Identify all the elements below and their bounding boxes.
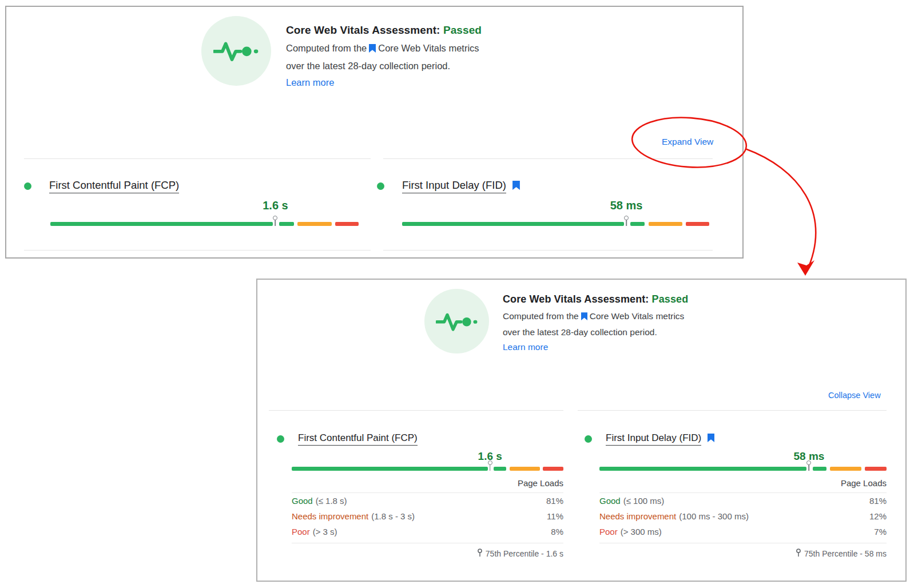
needs-improvement-label: Needs improvement [292,511,368,521]
cwv-card-collapsed: Core Web Vitals Assessment: Passed Compu… [5,6,744,259]
bar-segment-good-threshold [813,467,826,471]
description-prefix: Computed from the [286,43,367,53]
good-dot-icon [585,435,592,443]
fcp-metric-link[interactable]: First Contentful Paint (FCP) [49,179,179,193]
p75-marker-icon [806,460,811,465]
bar-segment-needs-improvement [830,467,862,471]
metric-fid-expanded: First Input Delay (FID) 58 ms Page Loads… [577,432,887,559]
bar-segment-needs-improvement [649,222,683,226]
fcp-metric-link[interactable]: First Contentful Paint (FCP) [298,432,418,446]
assessment-status: Passed [652,293,689,305]
needs-improvement-range: (1.8 s - 3 s) [371,511,415,521]
poor-label: Poor [599,527,618,537]
bar-segment-good [292,467,488,471]
description-metrics-text: Core Web Vitals metrics [378,43,479,53]
collapse-view-link[interactable]: Collapse View [828,391,881,400]
cwv-card-expanded: Core Web Vitals Assessment: Passed Compu… [256,279,907,582]
needs-improvement-pct: 11% [547,508,563,524]
assessment-status: Passed [443,24,482,36]
divider [292,543,563,543]
page-loads-label: Page Loads [292,478,563,489]
bar-segment-good [599,467,806,471]
divider [599,543,887,543]
stat-row-good: Good(≤ 100 ms) 81% [599,493,887,508]
learn-more-link[interactable]: Learn more [503,342,548,352]
bar-segment-good-threshold [279,222,293,226]
assessment-header: Core Web Vitals Assessment: Passed Compu… [201,16,482,91]
good-dot-icon [24,182,31,190]
metric-fid: First Input Delay (FID) 58 ms [377,179,716,228]
stat-row-poor: Poor(> 3 s) 8% [292,524,563,539]
assessment-title-row: Core Web Vitals Assessment: Passed [286,23,482,37]
divider [383,158,713,159]
bookmark-icon [708,434,714,444]
good-range: (≤ 100 ms) [623,496,665,506]
assessment-description: Computed from theCore Web Vitals metrics… [503,309,688,355]
divider [269,410,563,411]
stat-row-poor: Poor(> 300 ms) 7% [599,524,887,539]
bar-segment-poor [543,467,563,471]
pin-icon [477,549,483,559]
bookmark-icon [581,310,587,325]
poor-range: (> 300 ms) [621,527,662,537]
pulse-icon [424,289,489,353]
bar-segment-good-threshold [630,222,645,226]
expand-view-link[interactable]: Expand View [662,137,713,147]
bar-segment-good [50,222,273,226]
bar-segment-poor [335,222,359,226]
metric-fcp: First Contentful Paint (FCP) 1.6 s [24,179,365,228]
needs-improvement-label: Needs improvement [599,511,676,521]
assessment-title: Core Web Vitals Assessment: [286,24,440,36]
good-label: Good [292,496,313,506]
good-dot-icon [277,435,284,443]
divider [24,158,371,159]
percentile-footer: 75th Percentile - 1.6 s [292,549,563,559]
divider [24,250,371,251]
description-metrics-text: Core Web Vitals metrics [590,311,685,321]
stat-row-needs-improvement: Needs improvement(100 ms - 300 ms) 12% [599,508,887,524]
fid-value: 58 ms [610,199,643,212]
description-suffix: over the latest 28-day collection period… [286,61,450,71]
percentile-text: 75th Percentile - 58 ms [804,549,887,558]
percentile-footer: 75th Percentile - 58 ms [599,549,887,559]
metric-fcp-expanded: First Contentful Paint (FCP) 1.6 s Page … [269,432,579,559]
good-dot-icon [377,182,384,190]
fid-metric-link[interactable]: First Input Delay (FID) [606,432,701,446]
fid-distribution-bar [402,222,709,226]
bar-segment-poor [686,222,709,226]
description-prefix: Computed from the [503,311,579,321]
description-suffix: over the latest 28-day collection period… [503,327,657,337]
bar-segment-good-threshold [494,467,506,471]
p75-marker-icon [488,460,492,465]
annotation-arrowhead [797,260,814,276]
page-loads-label: Page Loads [599,478,887,489]
assessment-title-row: Core Web Vitals Assessment: Passed [503,293,688,306]
bookmark-icon [512,181,520,192]
pulse-icon [201,16,271,86]
needs-improvement-range: (100 ms - 300 ms) [679,511,749,521]
pin-icon [796,549,801,559]
bar-segment-poor [865,467,887,471]
divider [383,250,713,251]
fid-metric-link[interactable]: First Input Delay (FID) [402,179,506,193]
stat-row-needs-improvement: Needs improvement(1.8 s - 3 s) 11% [292,508,563,524]
good-pct: 81% [869,493,887,508]
bar-segment-needs-improvement [510,467,540,471]
assessment-header: Core Web Vitals Assessment: Passed Compu… [424,289,688,355]
poor-label: Poor [292,527,310,537]
fid-distribution-bar [599,467,887,471]
divider [578,410,887,411]
fcp-distribution-bar [292,467,563,471]
good-pct: 81% [546,493,563,508]
good-range: (≤ 1.8 s) [316,496,347,506]
bookmark-icon [369,41,376,58]
p75-marker-icon [273,216,277,220]
assessment-description: Computed from theCore Web Vitals metrics… [286,40,482,91]
p75-marker-icon [624,216,629,220]
bar-segment-needs-improvement [297,222,332,226]
fid-details: Page Loads Good(≤ 100 ms) 81% Needs impr… [599,478,887,559]
poor-pct: 8% [551,524,563,539]
good-label: Good [599,496,621,506]
learn-more-link[interactable]: Learn more [286,77,334,88]
assessment-title: Core Web Vitals Assessment: [503,293,649,305]
